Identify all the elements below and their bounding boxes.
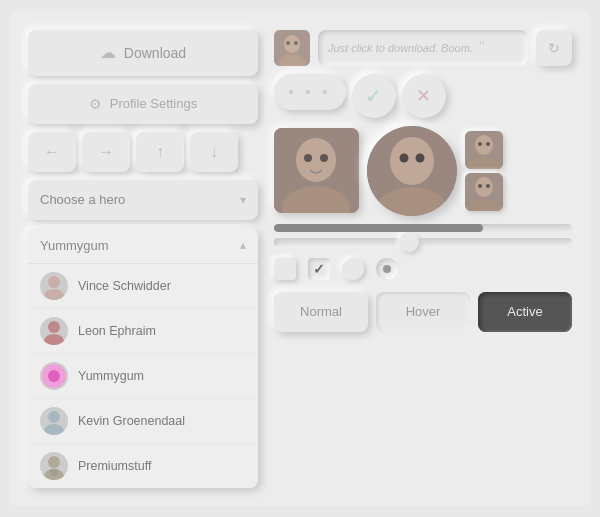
avatar	[40, 362, 68, 390]
dropdown-list: Yummygum ▴ Vince Schwidder Leon Ephraim	[28, 228, 258, 488]
quote-box: Just click to download. Boom. "	[318, 30, 528, 66]
dots-icon: ● ● ●	[288, 86, 332, 97]
svg-point-7	[44, 424, 64, 435]
arrow-up-button[interactable]: ↑	[136, 132, 184, 172]
download-button[interactable]: ☁ Download	[28, 30, 258, 76]
left-panel: ☁ Download ⚙ Profile Settings ← → ↑ ↓ Ch…	[28, 30, 258, 488]
svg-point-32	[475, 177, 493, 197]
svg-point-20	[320, 154, 328, 162]
controls-row: ✓	[274, 254, 572, 284]
avatar	[40, 452, 68, 480]
svg-point-27	[475, 135, 493, 155]
radio-dot	[383, 265, 391, 273]
svg-point-5	[48, 370, 60, 382]
slider-section	[274, 224, 572, 246]
checkbox-unchecked[interactable]	[274, 258, 296, 280]
checkmark-icon: ✓	[313, 261, 325, 277]
dropdown-label: Choose a hero	[40, 192, 125, 207]
active-label: Active	[507, 304, 542, 319]
slider-track-1	[274, 224, 572, 232]
images-row	[274, 126, 572, 216]
close-button[interactable]: ✕	[402, 74, 446, 118]
svg-point-22	[390, 137, 434, 185]
gear-icon: ⚙	[89, 96, 102, 112]
face-image	[274, 30, 310, 66]
svg-point-1	[44, 289, 64, 300]
small-image-top	[465, 131, 503, 169]
right-panel: Just click to download. Boom. " ↻ ● ● ● …	[274, 30, 572, 488]
state-buttons-row: Normal Hover Active	[274, 292, 572, 332]
svg-point-19	[304, 154, 312, 162]
radio-unchecked[interactable]	[342, 258, 364, 280]
avatar	[40, 407, 68, 435]
small-images-stack	[465, 131, 503, 211]
dots-button[interactable]: ● ● ●	[274, 74, 346, 110]
svg-point-17	[296, 138, 336, 182]
dropdown-header[interactable]: Yummygum ▴	[28, 228, 258, 264]
list-item-name: Kevin Groenendaal	[78, 414, 185, 428]
list-item[interactable]: Vince Schwidder	[28, 264, 258, 309]
hero-dropdown[interactable]: Choose a hero ▾	[28, 180, 258, 220]
slider-fill	[274, 224, 483, 232]
avatar	[40, 317, 68, 345]
svg-point-34	[478, 184, 482, 188]
quote-mark-icon: "	[479, 39, 485, 57]
download-label: Download	[124, 45, 186, 61]
svg-point-14	[286, 41, 290, 45]
circle-image	[367, 126, 457, 216]
square-image	[274, 128, 359, 213]
profile-label: Profile Settings	[110, 96, 197, 111]
svg-point-35	[486, 184, 490, 188]
radio-checked[interactable]	[376, 258, 398, 280]
chevron-down-icon: ▾	[240, 193, 246, 207]
svg-point-8	[48, 456, 60, 468]
active-state-button[interactable]: Active	[478, 292, 572, 332]
chevron-up-icon: ▴	[240, 238, 246, 252]
list-item[interactable]: Yummygum	[28, 354, 258, 399]
arrow-row: ← → ↑ ↓	[28, 132, 258, 172]
quote-text: Just click to download. Boom.	[328, 42, 473, 54]
arrow-down-button[interactable]: ↓	[190, 132, 238, 172]
svg-point-24	[400, 153, 409, 162]
arrow-right-button[interactable]: →	[82, 132, 130, 172]
svg-point-2	[48, 321, 60, 333]
svg-point-15	[294, 41, 298, 45]
icon-btn-row: ● ● ● ✓ ✕	[274, 74, 572, 118]
checkmark-icon: ✓	[365, 84, 382, 108]
dropdown-open-label: Yummygum	[40, 238, 109, 253]
list-item-name: Yummygum	[78, 369, 144, 383]
hover-state-button[interactable]: Hover	[376, 292, 470, 332]
svg-point-6	[48, 411, 60, 423]
list-item[interactable]: Premiumstuff	[28, 444, 258, 488]
normal-label: Normal	[300, 304, 342, 319]
svg-point-10	[50, 468, 58, 476]
avatar-thumb	[274, 30, 310, 66]
cloud-icon: ☁	[100, 43, 116, 62]
small-image-bottom	[465, 173, 503, 211]
profile-settings-button[interactable]: ⚙ Profile Settings	[28, 84, 258, 124]
list-item[interactable]: Leon Ephraim	[28, 309, 258, 354]
list-item[interactable]: Kevin Groenendaal	[28, 399, 258, 444]
svg-point-29	[478, 142, 482, 146]
close-icon: ✕	[416, 85, 431, 107]
list-item-name: Vince Schwidder	[78, 279, 171, 293]
refresh-button[interactable]: ↻	[536, 30, 572, 66]
hover-label: Hover	[406, 304, 441, 319]
svg-point-25	[416, 153, 425, 162]
normal-state-button[interactable]: Normal	[274, 292, 368, 332]
refresh-icon: ↻	[548, 40, 560, 56]
svg-point-30	[486, 142, 490, 146]
avatar	[40, 272, 68, 300]
check-button[interactable]: ✓	[352, 74, 396, 118]
arrow-left-button[interactable]: ←	[28, 132, 76, 172]
checkbox-checked[interactable]: ✓	[308, 258, 330, 280]
list-item-name: Premiumstuff	[78, 459, 151, 473]
svg-point-0	[48, 276, 60, 288]
svg-point-3	[44, 334, 64, 345]
slider-range-2[interactable]	[274, 238, 572, 246]
top-row: Just click to download. Boom. " ↻	[274, 30, 572, 66]
main-container: ☁ Download ⚙ Profile Settings ← → ↑ ↓ Ch…	[10, 12, 590, 506]
list-item-name: Leon Ephraim	[78, 324, 156, 338]
